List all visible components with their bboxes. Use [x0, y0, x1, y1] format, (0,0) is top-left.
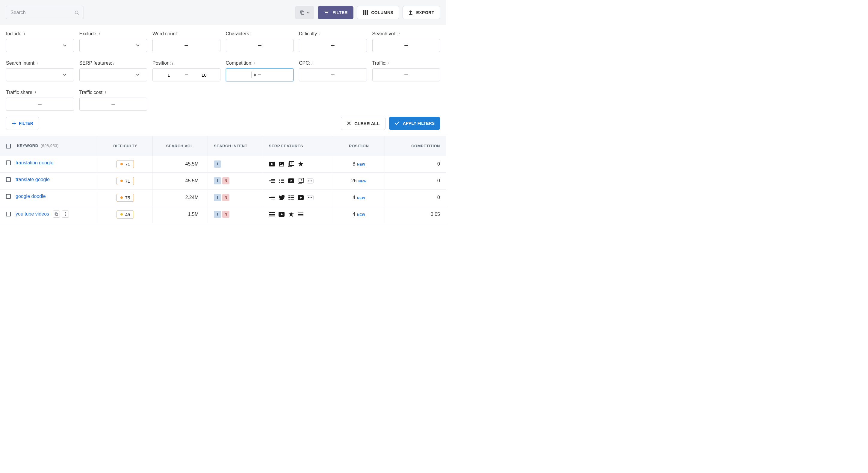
keywords-table: KEYWORD (698,953) DIFFICULTY SEARCH VOL.…: [0, 136, 446, 223]
clear-all-button[interactable]: CLEAR ALL: [341, 117, 385, 130]
search-box[interactable]: [6, 6, 84, 19]
svg-point-44: [65, 215, 66, 216]
row-checkbox[interactable]: [6, 194, 11, 199]
row-checkbox[interactable]: [6, 160, 11, 165]
serp-video-icon: [269, 161, 275, 167]
svg-text:?: ?: [291, 162, 292, 165]
characters-label: Characters:: [226, 31, 294, 36]
chevron-down-icon: [136, 44, 140, 47]
row-menu-button[interactable]: [62, 211, 69, 218]
traffic-share-range[interactable]: [6, 98, 74, 111]
col-position[interactable]: POSITION: [333, 136, 385, 156]
difficulty-label: Difficulty:i: [299, 31, 367, 36]
copy-dropdown-button[interactable]: [295, 6, 314, 19]
serp-question-icon: ?: [298, 178, 304, 184]
svg-rect-46: [271, 212, 275, 213]
difficulty-range[interactable]: [299, 39, 367, 52]
characters-range[interactable]: [226, 39, 294, 52]
search-intent-cell: IN: [208, 206, 263, 223]
new-badge: NEW: [359, 179, 367, 183]
columns-button[interactable]: COLUMNS: [357, 6, 399, 19]
serp-sitelinks-icon: [269, 211, 275, 217]
row-checkbox[interactable]: [6, 212, 11, 216]
serp-more-icon: •••: [307, 195, 313, 200]
include-label: Include:i: [6, 31, 74, 36]
filter-include: Include:i: [6, 31, 74, 52]
keyword-link[interactable]: translate google: [16, 177, 50, 182]
new-badge: NEW: [357, 213, 365, 216]
serp-features-cell: •••: [263, 189, 333, 206]
filter-exclude: Exclude:i: [80, 31, 147, 52]
table-row: google doodle752.24MIN•••4NEW0: [0, 189, 446, 206]
competition-cell: 0.05: [385, 206, 446, 223]
position-min-input[interactable]: [153, 72, 185, 77]
traffic-cost-range[interactable]: [80, 98, 147, 111]
col-search-vol[interactable]: SEARCH VOL.: [153, 136, 208, 156]
svg-rect-35: [290, 195, 294, 196]
add-filter-button[interactable]: FILTER: [6, 117, 39, 130]
columns-icon: [363, 10, 368, 15]
competition-range[interactable]: [226, 68, 294, 82]
keyword-cell: you tube videos: [0, 206, 98, 222]
search-intent-dropdown[interactable]: [6, 68, 74, 82]
competition-cell: 0: [385, 172, 446, 189]
filter-traffic: Traffic:i: [372, 60, 440, 82]
new-badge: NEW: [357, 196, 365, 200]
filter-cpc: CPC:i: [299, 60, 367, 82]
intent-badge-i: I: [214, 177, 221, 184]
include-dropdown[interactable]: [6, 39, 74, 52]
filter-icon: [323, 10, 330, 15]
cpc-range[interactable]: [299, 68, 367, 82]
keyword-link[interactable]: translation google: [16, 160, 53, 165]
cpc-label: CPC:i: [299, 60, 367, 66]
position-range[interactable]: [152, 68, 220, 82]
intent-badge-n: N: [222, 194, 229, 201]
svg-text:?: ?: [301, 179, 302, 182]
serp-question-icon: ?: [288, 161, 294, 167]
svg-point-42: [65, 212, 66, 213]
filter-traffic-share: Traffic share:i: [6, 90, 74, 111]
svg-rect-47: [269, 214, 271, 215]
keyword-link[interactable]: google doodle: [16, 194, 46, 199]
competition-label: Competition:i: [226, 60, 294, 66]
position-max-input[interactable]: [188, 72, 220, 77]
word-count-range[interactable]: [152, 39, 220, 52]
copy-keyword-button[interactable]: [53, 211, 60, 218]
export-label: EXPORT: [416, 10, 434, 15]
filter-button[interactable]: FILTER: [318, 6, 353, 19]
search-vol-range[interactable]: [372, 39, 440, 52]
traffic-range[interactable]: [372, 68, 440, 82]
search-input[interactable]: [10, 10, 74, 15]
intent-badge-i: I: [214, 211, 221, 218]
position-cell: 4NEW: [333, 206, 385, 223]
col-keyword[interactable]: KEYWORD (698,953): [0, 136, 98, 156]
col-competition[interactable]: COMPETITION: [385, 136, 446, 156]
exclude-dropdown[interactable]: [80, 39, 147, 52]
top-bar: FILTER COLUMNS EXPORT: [0, 0, 446, 25]
select-all-checkbox[interactable]: [6, 144, 11, 149]
difficulty-badge: 71: [117, 160, 134, 168]
keyword-link[interactable]: you tube videos: [16, 211, 49, 217]
svg-rect-8: [367, 10, 368, 15]
serp-video-icon: [288, 178, 294, 184]
copy-icon: [300, 10, 305, 15]
col-difficulty[interactable]: DIFFICULTY: [98, 136, 153, 156]
filter-actions: FILTER CLEAR ALL APPLY FILTERS: [0, 114, 446, 136]
close-icon: [346, 121, 351, 126]
col-serp-features[interactable]: SERP FEATURES: [263, 136, 333, 156]
apply-filters-button[interactable]: APPLY FILTERS: [389, 117, 440, 130]
table-row: translation google7145.5MI?8NEW0: [0, 156, 446, 172]
search-intent-cell: IN: [208, 189, 263, 206]
difficulty-cell: 71: [98, 172, 153, 189]
svg-rect-45: [269, 212, 271, 213]
export-button[interactable]: EXPORT: [403, 6, 440, 19]
row-checkbox[interactable]: [6, 177, 11, 182]
upload-icon: [408, 10, 413, 15]
plus-icon: [12, 121, 17, 126]
position-cell: 4NEW: [333, 189, 385, 206]
keyword-cell: google doodle: [0, 189, 98, 203]
filter-word-count: Word count:: [152, 31, 220, 52]
serp-features-dropdown[interactable]: [80, 68, 147, 82]
serp-star-icon: [298, 161, 304, 167]
col-search-intent[interactable]: SEARCH INTENT: [208, 136, 263, 156]
